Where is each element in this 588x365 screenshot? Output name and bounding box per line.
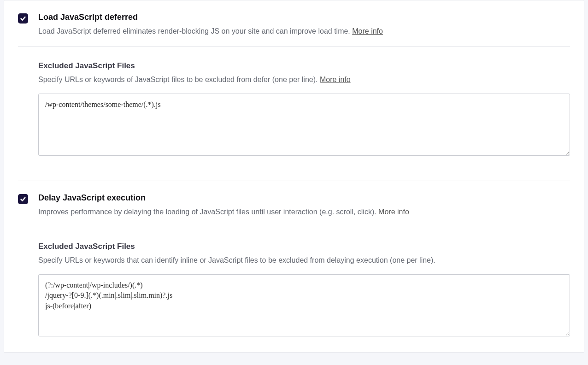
settings-panel: Load JavaScript deferred Load JavaScript…	[4, 0, 584, 353]
defer-js-section: Load JavaScript deferred Load JavaScript…	[4, 0, 584, 158]
defer-excluded-description: Specify URLs or keywords of JavaScript f…	[38, 74, 570, 85]
delay-excluded-desc-text: Specify URLs or keywords that can identi…	[38, 256, 435, 264]
defer-excluded-textarea[interactable]	[38, 94, 570, 156]
defer-description: Load JavaScript deferred eliminates rend…	[38, 26, 570, 37]
delay-title: Delay JavaScript execution	[38, 193, 570, 203]
delay-js-header: Delay JavaScript execution Improves perf…	[4, 181, 584, 218]
delay-excluded-block: Excluded JavaScript Files Specify URLs o…	[4, 227, 584, 338]
defer-excluded-more-info-link[interactable]: More info	[320, 76, 351, 83]
delay-desc-text: Improves performance by delaying the loa…	[38, 208, 378, 216]
checkmark-icon	[20, 196, 26, 202]
defer-js-header: Load JavaScript deferred Load JavaScript…	[4, 0, 584, 37]
delay-checkbox-wrap	[18, 193, 38, 204]
defer-more-info-link[interactable]: More info	[352, 27, 383, 35]
delay-texts: Delay JavaScript execution Improves perf…	[38, 193, 570, 218]
defer-js-checkbox[interactable]	[18, 13, 28, 24]
delay-excluded-title: Excluded JavaScript Files	[38, 242, 570, 251]
defer-texts: Load JavaScript deferred Load JavaScript…	[38, 12, 570, 37]
checkmark-icon	[20, 15, 26, 22]
defer-desc-text: Load JavaScript deferred eliminates rend…	[38, 27, 352, 35]
defer-checkbox-wrap	[18, 12, 38, 24]
defer-excluded-title: Excluded JavaScript Files	[38, 61, 570, 71]
defer-excluded-block: Excluded JavaScript Files Specify URLs o…	[4, 47, 584, 158]
delay-excluded-description: Specify URLs or keywords that can identi…	[38, 255, 570, 266]
delay-js-section: Delay JavaScript execution Improves perf…	[4, 181, 584, 338]
delay-more-info-link[interactable]: More info	[378, 208, 409, 216]
delay-description: Improves performance by delaying the loa…	[38, 206, 570, 218]
defer-excluded-desc-text: Specify URLs or keywords of JavaScript f…	[38, 76, 320, 83]
defer-title: Load JavaScript deferred	[38, 12, 570, 22]
delay-js-checkbox[interactable]	[18, 194, 28, 204]
delay-excluded-textarea[interactable]	[38, 274, 570, 336]
